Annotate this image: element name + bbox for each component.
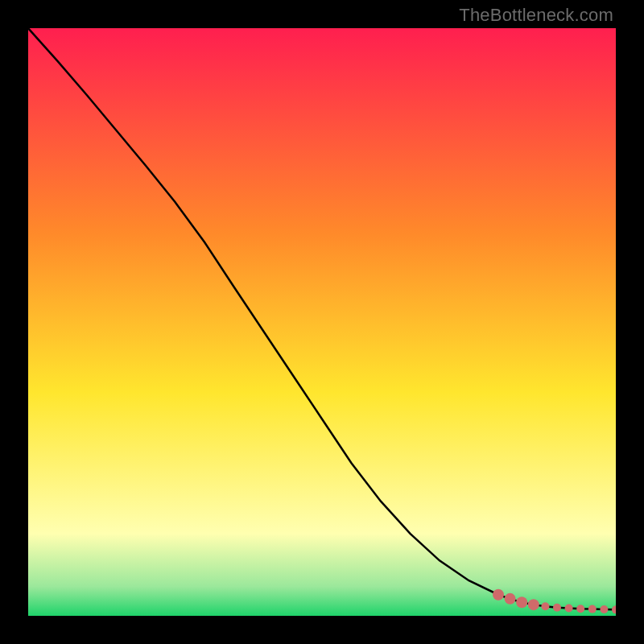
marker-dot — [528, 599, 539, 610]
marker-dot — [576, 605, 584, 613]
marker-dot — [565, 605, 573, 613]
marker-dot — [612, 605, 616, 613]
plot-area — [28, 28, 616, 616]
marker-dot — [600, 605, 608, 613]
marker-dot — [553, 604, 561, 612]
marker-dot — [505, 593, 516, 605]
marker-dot — [516, 597, 527, 608]
chart-stage: TheBottleneck.com — [0, 0, 644, 644]
marker-dot — [493, 589, 504, 601]
watermark-label: TheBottleneck.com — [459, 5, 613, 26]
bottleneck-curve — [28, 28, 616, 609]
marker-dot — [541, 602, 549, 610]
marker-dot — [588, 605, 597, 613]
chart-svg — [28, 28, 616, 616]
